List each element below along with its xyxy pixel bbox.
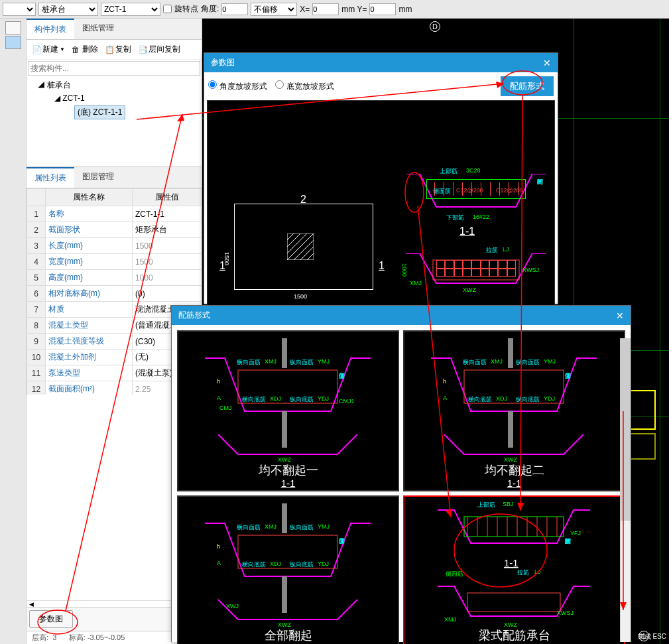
side-strip bbox=[0, 19, 27, 644]
search-input[interactable] bbox=[28, 61, 200, 76]
rebar-form-modal: 配筋形式 ✕ 横向面筋XMJ纵向面筋YMJ横向底筋XDJ纵向底筋YDJCMJCM… bbox=[171, 305, 631, 642]
rebar-modal-title: 配筋形式 bbox=[178, 310, 210, 321]
rebar-option-1[interactable]: 横向面筋XMJ纵向面筋YMJ横向底筋XDJ纵向底筋YDJhAXWZ侧面筋均不翻起… bbox=[403, 330, 625, 491]
x-label: X= bbox=[300, 5, 310, 14]
member-dropdown[interactable]: ZCT-1 bbox=[101, 3, 160, 16]
x-input[interactable] bbox=[312, 3, 339, 15]
property-row[interactable]: 5高度(mm)1000 bbox=[27, 270, 202, 286]
tree-root[interactable]: ◢ 桩承台 bbox=[28, 78, 200, 92]
svg-line-4 bbox=[287, 233, 314, 260]
y-label: mm Y= bbox=[341, 5, 367, 14]
slope-radio-row: 角度放坡形式 底宽放坡形式 配筋形式 bbox=[204, 72, 558, 100]
property-row[interactable]: 2截面形状矩形承台 bbox=[27, 222, 202, 238]
tab-layer-mgmt[interactable]: 图层管理 bbox=[74, 167, 122, 188]
angle-input[interactable] bbox=[221, 3, 248, 15]
rebar-option-3[interactable]: 1-1 侧面筋XWZ封闭圈筋上部筋SBJ拉筋LJXMJXWSJYFJ梁式配筋承台… bbox=[403, 495, 625, 644]
tab-properties[interactable]: 属性列表 bbox=[27, 167, 74, 188]
svg-rect-30 bbox=[467, 593, 560, 612]
search-container bbox=[27, 60, 202, 77]
svg-line-1 bbox=[287, 233, 294, 240]
radio-width-slope[interactable]: 底宽放坡形式 bbox=[275, 80, 334, 92]
category-dropdown[interactable]: 桩承台 bbox=[38, 3, 98, 16]
param-diagram-button[interactable]: 参数图 bbox=[29, 610, 73, 628]
layer-copy-icon: 📑 bbox=[138, 45, 147, 54]
svg-rect-18 bbox=[464, 517, 564, 537]
tab-component-list[interactable]: 构件列表 bbox=[27, 19, 74, 39]
radio-angle-slope[interactable]: 角度放坡形式 bbox=[208, 80, 267, 92]
angle-label: 角度: bbox=[201, 3, 219, 15]
copy-button[interactable]: 📋复制 bbox=[102, 42, 134, 56]
param-diagram-canvas: 1500 1500 1 1 2 上部筋 3C28 侧面筋 C12@200 C12… bbox=[207, 100, 555, 306]
offset-dropdown[interactable]: 不偏移 bbox=[251, 3, 297, 16]
rebar-form-button[interactable]: 配筋形式 bbox=[501, 76, 554, 96]
new-icon: 📄 bbox=[32, 45, 41, 54]
rotate-checkbox-label[interactable]: 旋转点 bbox=[163, 3, 198, 15]
y-input[interactable] bbox=[369, 3, 396, 15]
svg-line-6 bbox=[300, 247, 314, 260]
property-row[interactable]: 3长度(mm)1500 bbox=[27, 238, 202, 254]
param-modal-close-icon[interactable]: ✕ bbox=[543, 58, 551, 68]
component-tree: ◢ 桩承台 ◢ ZCT-1 (底) ZCT-1-1 bbox=[27, 77, 202, 166]
property-row[interactable]: 1名称ZCT-1-1 bbox=[27, 206, 202, 222]
tree-zct1[interactable]: ◢ ZCT-1 bbox=[28, 92, 200, 104]
rebar-option-0[interactable]: 横向面筋XMJ纵向面筋YMJ横向底筋XDJ纵向底筋YDJCMJCMJ1hAXWZ… bbox=[177, 330, 399, 491]
action-bar: 📄新建▼ 🗑删除 📋复制 📑层间复制 bbox=[27, 40, 202, 60]
rebar-option-2[interactable]: 横向面筋XMJ纵向面筋YMJ横向底筋XDJ纵向底筋YDJhAXWZXWJ侧面筋全… bbox=[177, 495, 399, 644]
unknown-dropdown[interactable] bbox=[3, 3, 36, 16]
axis-marker-d: D bbox=[430, 21, 440, 32]
new-button[interactable]: 📄新建▼ bbox=[29, 42, 68, 56]
property-tabs: 属性列表 图层管理 bbox=[27, 166, 202, 188]
header-value: 属性值 bbox=[133, 189, 202, 206]
rebar-modal-header: 配筋形式 ✕ bbox=[172, 306, 631, 325]
property-row[interactable]: 4宽度(mm)1500 bbox=[27, 254, 202, 270]
component-tabs: 构件列表 图纸管理 bbox=[27, 19, 202, 40]
svg-text:1-1: 1-1 bbox=[504, 557, 518, 568]
rebar-scrollbar[interactable] bbox=[620, 338, 631, 642]
param-diagram-modal: 参数图 ✕ 角度放坡形式 底宽放坡形式 配筋形式 1500 1500 1 1 2… bbox=[204, 52, 558, 304]
copy-icon: 📋 bbox=[105, 45, 114, 54]
tab-drawing-mgmt[interactable]: 图纸管理 bbox=[74, 19, 122, 39]
svg-line-2 bbox=[287, 233, 300, 247]
property-row[interactable]: 6相对底标高(m)(0) bbox=[27, 286, 202, 302]
delete-button[interactable]: 🗑删除 bbox=[69, 42, 101, 56]
svg-line-7 bbox=[307, 253, 314, 260]
layer-copy-button[interactable]: 📑层间复制 bbox=[135, 42, 183, 56]
esc-hint: 束成 ESC bbox=[638, 632, 666, 641]
tool-icon-2[interactable] bbox=[5, 36, 21, 49]
delete-icon: 🗑 bbox=[72, 45, 81, 54]
tree-zct11[interactable]: (底) ZCT-1-1 bbox=[28, 104, 200, 121]
rotate-checkbox[interactable] bbox=[163, 5, 172, 13]
top-toolbar: 桩承台 ZCT-1 旋转点 角度: 不偏移 X= mm Y= mm bbox=[0, 0, 669, 19]
rebar-modal-close-icon[interactable]: ✕ bbox=[616, 310, 624, 321]
tool-icon-1[interactable] bbox=[5, 21, 21, 34]
mm-label: mm bbox=[398, 5, 412, 14]
header-name: 属性名称 bbox=[46, 189, 133, 206]
rebar-option-grid: 横向面筋XMJ纵向面筋YMJ横向底筋XDJ纵向底筋YDJCMJCMJ1hAXWZ… bbox=[177, 330, 625, 644]
param-modal-header: 参数图 ✕ bbox=[204, 53, 558, 72]
param-modal-title: 参数图 bbox=[211, 57, 235, 68]
